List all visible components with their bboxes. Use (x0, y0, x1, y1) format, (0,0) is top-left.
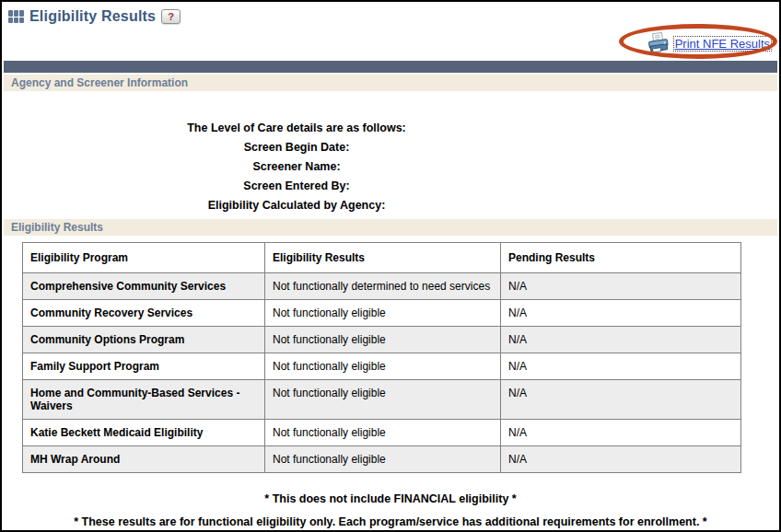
page-title: Eligibility Results (29, 8, 156, 25)
pending-cell: N/A (501, 446, 741, 473)
info-label: Screen Begin Date: (2, 138, 591, 157)
program-cell: Katie Beckett Medicaid Eligibility (23, 420, 265, 446)
result-cell: Not functionally eligible (265, 420, 501, 446)
col-header-program: Eligibility Program (23, 243, 265, 273)
section-header-agency: Agency and Screener Information (4, 75, 777, 91)
info-label: Screen Entered By: (2, 177, 591, 196)
col-header-results: Eligibility Results (265, 243, 501, 273)
footnote-financial: * This does not include FINANCIAL eligib… (2, 492, 779, 506)
table-row: Home and Community-Based Services - Waiv… (23, 380, 741, 420)
program-cell: Community Recovery Services (23, 300, 265, 327)
pending-cell: N/A (501, 273, 741, 300)
program-cell: Community Options Program (23, 327, 265, 353)
pending-cell: N/A (501, 327, 741, 353)
result-cell: Not functionally eligible (265, 353, 501, 380)
program-cell: Family Support Program (23, 353, 265, 380)
table-row: Family Support ProgramNot functionally e… (23, 353, 741, 380)
footnote-functional: * These results are for functional eligi… (2, 515, 779, 529)
pending-cell: N/A (501, 420, 741, 446)
result-cell: Not functionally determined to need serv… (265, 273, 501, 300)
pending-cell: N/A (501, 380, 741, 420)
title-row: Eligibility Results ? (8, 8, 181, 25)
eligibility-results-page: Eligibility Results ? (0, 0, 781, 532)
pending-cell: N/A (501, 353, 741, 380)
level-of-care-details: The Level of Care details are as follows… (2, 91, 591, 217)
program-cell: MH Wrap Around (23, 446, 265, 473)
info-label: Screener Name: (2, 157, 591, 177)
table-header-row: Eligibility Program Eligibility Results … (23, 243, 741, 273)
page-header: Eligibility Results ? (2, 2, 779, 61)
print-nfe-results-link[interactable]: Print NFE Results (673, 36, 772, 52)
col-header-pending: Pending Results (501, 243, 741, 273)
eligibility-results-table: Eligibility Program Eligibility Results … (22, 242, 741, 473)
pending-cell: N/A (501, 300, 741, 327)
print-area: Print NFE Results (647, 32, 772, 54)
program-cell: Comprehensive Community Services (23, 273, 265, 300)
printer-icon[interactable] (647, 32, 670, 54)
help-icon[interactable]: ? (161, 9, 181, 24)
table-row: Community Options ProgramNot functionall… (23, 327, 741, 353)
result-cell: Not functionally eligible (265, 327, 501, 353)
table-row: Community Recovery ServicesNot functiona… (23, 300, 741, 327)
table-row: Comprehensive Community ServicesNot func… (23, 273, 741, 300)
info-label: The Level of Care details are as follows… (2, 119, 591, 138)
table-row: Katie Beckett Medicaid EligibilityNot fu… (23, 420, 741, 446)
section-header-results: Eligibility Results (4, 219, 777, 236)
result-cell: Not functionally eligible (265, 446, 501, 473)
info-label: Eligibility Calculated by Agency: (2, 196, 591, 215)
result-cell: Not functionally eligible (265, 300, 501, 327)
result-cell: Not functionally eligible (265, 380, 501, 420)
program-cell: Home and Community-Based Services - Waiv… (23, 380, 265, 420)
grid-icon (8, 10, 24, 23)
footnotes: * This does not include FINANCIAL eligib… (2, 492, 779, 529)
table-row: MH Wrap AroundNot functionally eligibleN… (23, 446, 741, 473)
divider-bar (4, 61, 777, 73)
